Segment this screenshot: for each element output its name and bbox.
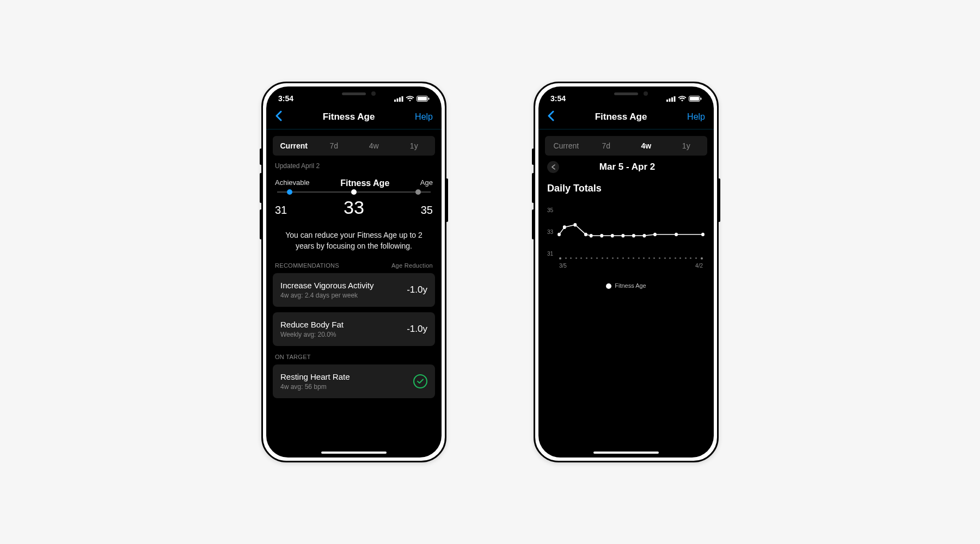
date-range-label: Mar 5 - Apr 2 <box>565 162 705 172</box>
recommendations-header: RECOMMENDATIONS Age Reduction <box>266 259 442 273</box>
tab-1y[interactable]: 1y <box>394 137 434 154</box>
back-button[interactable] <box>275 110 283 123</box>
svg-point-20 <box>611 234 614 238</box>
dot-age <box>415 189 421 195</box>
prev-range-button[interactable] <box>547 161 559 173</box>
tab-4w[interactable]: 4w <box>354 137 394 154</box>
help-link[interactable]: Help <box>415 112 433 122</box>
ytick-35: 35 <box>547 207 553 213</box>
svg-point-26 <box>701 233 705 237</box>
chart-section-title: Daily Totals <box>538 176 714 196</box>
legend-dot-icon <box>606 283 611 289</box>
tab-7d[interactable]: 7d <box>586 137 627 154</box>
updated-label: Updated April 2 <box>266 156 442 173</box>
svg-point-15 <box>563 225 566 229</box>
ontarget-title: Resting Heart Rate <box>280 372 350 381</box>
ontarget-sub: 4w avg: 56 bpm <box>280 383 350 391</box>
screen-right: 3:54 Fitness Age Help Current 7d 4w 1y M… <box>538 86 714 458</box>
xstart-label: 3/5 <box>559 263 567 273</box>
label-achievable: Achievable <box>275 178 310 188</box>
rec-delta: -1.0y <box>407 285 427 295</box>
value-achievable: 31 <box>275 204 287 217</box>
notch <box>310 86 397 101</box>
dot-achievable <box>287 189 292 195</box>
svg-point-22 <box>632 234 635 238</box>
rec-title: Increase Vigorous Activity <box>280 281 373 290</box>
x-dot-row <box>559 257 703 261</box>
svg-point-14 <box>558 233 561 237</box>
status-time: 3:54 <box>278 94 293 103</box>
status-time: 3:54 <box>550 94 566 103</box>
svg-rect-2 <box>399 97 401 102</box>
xend-label: 4/2 <box>695 263 703 273</box>
battery-icon <box>689 96 702 102</box>
age-scale: Achievable Fitness Age Age 31 33 35 <box>266 173 442 220</box>
svg-rect-9 <box>671 97 673 102</box>
wifi-icon <box>678 96 687 102</box>
svg-point-18 <box>590 234 593 238</box>
rec-sub: Weekly avg: 20.0% <box>280 331 344 338</box>
tab-1y[interactable]: 1y <box>666 137 707 154</box>
svg-rect-6 <box>428 97 430 100</box>
page-title: Fitness Age <box>323 112 375 122</box>
svg-point-24 <box>653 233 657 237</box>
ytick-33: 33 <box>547 229 553 235</box>
rec-delta: -1.0y <box>407 324 427 335</box>
rec-sub: 4w avg: 2.4 days per week <box>280 292 373 299</box>
nav-bar: Fitness Age Help <box>266 106 442 129</box>
value-fitness-age: 33 <box>344 197 364 218</box>
svg-point-16 <box>573 223 577 227</box>
rec-title: Reduce Body Fat <box>280 320 344 329</box>
phone-frame-left: 3:54 Fitness Age Help Current 7d 4w 1y U… <box>261 82 446 462</box>
svg-point-23 <box>643 234 646 238</box>
tab-current[interactable]: Current <box>274 137 314 154</box>
time-segment: Current 7d 4w 1y <box>545 136 707 156</box>
page-title: Fitness Age <box>595 112 647 122</box>
svg-rect-13 <box>701 97 702 100</box>
battery-icon <box>416 96 430 102</box>
check-icon <box>413 374 427 388</box>
svg-point-21 <box>621 234 624 238</box>
svg-rect-7 <box>666 100 668 102</box>
ontarget-header: ON TARGET <box>266 351 442 364</box>
rec-card-vigorous[interactable]: Increase Vigorous Activity 4w avg: 2.4 d… <box>273 273 435 307</box>
phone-frame-right: 3:54 Fitness Age Help Current 7d 4w 1y M… <box>534 82 719 462</box>
svg-rect-8 <box>669 98 671 102</box>
svg-point-17 <box>584 233 587 237</box>
svg-point-19 <box>600 234 603 238</box>
rec-card-bodyfat[interactable]: Reduce Body Fat Weekly avg: 20.0% -1.0y <box>273 312 435 346</box>
dot-fitness <box>351 189 357 195</box>
svg-rect-3 <box>402 96 403 102</box>
description-text: You can reduce your Fitness Age up to 2 … <box>266 220 442 259</box>
help-link[interactable]: Help <box>687 112 705 122</box>
notch <box>583 86 670 101</box>
wifi-icon <box>406 96 414 102</box>
nav-bar: Fitness Age Help <box>538 106 714 129</box>
time-segment: Current 7d 4w 1y <box>273 136 435 156</box>
value-age: 35 <box>421 204 433 217</box>
tab-current[interactable]: Current <box>546 137 586 154</box>
tab-4w[interactable]: 4w <box>626 137 666 154</box>
ontarget-card-rhr[interactable]: Resting Heart Rate 4w avg: 56 bpm <box>273 364 435 398</box>
label-fitness-age: Fitness Age <box>340 178 389 188</box>
svg-rect-5 <box>418 97 427 101</box>
chart: 35 33 31 3/5 4/2 Fitness Age <box>538 196 714 294</box>
home-indicator[interactable] <box>321 452 387 454</box>
home-indicator[interactable] <box>593 452 659 454</box>
label-age: Age <box>420 178 433 188</box>
line-plot <box>559 207 703 262</box>
ytick-31: 31 <box>547 251 553 257</box>
svg-rect-10 <box>674 96 676 102</box>
svg-rect-1 <box>397 98 399 102</box>
svg-rect-12 <box>690 97 699 101</box>
chart-legend: Fitness Age <box>547 282 705 289</box>
screen-left: 3:54 Fitness Age Help Current 7d 4w 1y U… <box>266 86 442 458</box>
svg-rect-0 <box>394 100 396 102</box>
tab-7d[interactable]: 7d <box>314 137 354 154</box>
date-range-row: Mar 5 - Apr 2 <box>538 156 714 176</box>
svg-point-25 <box>675 233 678 237</box>
back-button[interactable] <box>547 110 555 123</box>
